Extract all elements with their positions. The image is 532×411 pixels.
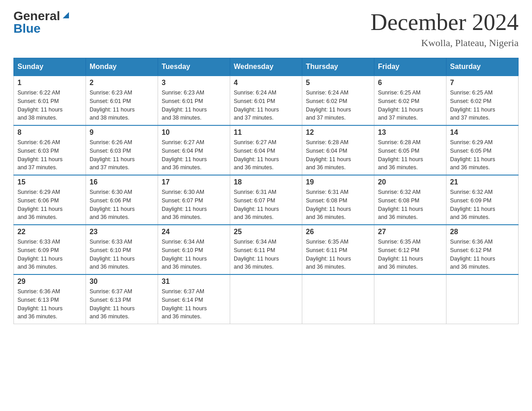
day-info: Sunrise: 6:37 AM Sunset: 6:13 PM Dayligh…: [90, 287, 154, 321]
day-info: Sunrise: 6:26 AM Sunset: 6:03 PM Dayligh…: [17, 138, 82, 172]
day-number: 20: [378, 178, 442, 186]
day-info: Sunrise: 6:24 AM Sunset: 6:01 PM Dayligh…: [234, 89, 298, 122]
day-info: Sunrise: 6:34 AM Sunset: 6:10 PM Dayligh…: [162, 238, 226, 271]
calendar-cell: 7 Sunrise: 6:25 AM Sunset: 6:02 PM Dayli…: [446, 76, 519, 125]
calendar-cell: 6 Sunrise: 6:25 AM Sunset: 6:02 PM Dayli…: [374, 76, 446, 125]
calendar-cell: 29 Sunrise: 6:36 AM Sunset: 6:13 PM Dayl…: [14, 274, 86, 324]
day-number: 12: [306, 128, 370, 137]
calendar-cell: 24 Sunrise: 6:34 AM Sunset: 6:10 PM Dayl…: [158, 225, 230, 274]
title-block: December 2024 Kwolla, Plateau, Nigeria: [370, 9, 519, 49]
calendar-header-monday: Monday: [86, 58, 158, 76]
day-number: 29: [17, 278, 82, 286]
calendar-week-row: 29 Sunrise: 6:36 AM Sunset: 6:13 PM Dayl…: [14, 274, 519, 324]
calendar-cell: 9 Sunrise: 6:26 AM Sunset: 6:03 PM Dayli…: [86, 125, 158, 175]
calendar-cell: 4 Sunrise: 6:24 AM Sunset: 6:01 PM Dayli…: [230, 76, 302, 125]
calendar-cell: 21 Sunrise: 6:32 AM Sunset: 6:09 PM Dayl…: [446, 175, 519, 225]
calendar-cell: 12 Sunrise: 6:28 AM Sunset: 6:04 PM Dayl…: [302, 125, 374, 175]
day-info: Sunrise: 6:28 AM Sunset: 6:04 PM Dayligh…: [306, 138, 370, 172]
calendar-cell: 2 Sunrise: 6:23 AM Sunset: 6:01 PM Dayli…: [86, 76, 158, 125]
calendar-cell: 22 Sunrise: 6:33 AM Sunset: 6:09 PM Dayl…: [14, 225, 86, 274]
day-info: Sunrise: 6:29 AM Sunset: 6:05 PM Dayligh…: [450, 138, 515, 172]
calendar-cell: 3 Sunrise: 6:23 AM Sunset: 6:01 PM Dayli…: [158, 76, 230, 125]
day-info: Sunrise: 6:23 AM Sunset: 6:01 PM Dayligh…: [162, 89, 226, 122]
calendar-header-friday: Friday: [374, 58, 446, 76]
logo-triangle-icon: [61, 10, 71, 20]
day-number: 11: [234, 128, 298, 137]
calendar-header-tuesday: Tuesday: [158, 58, 230, 76]
day-info: Sunrise: 6:30 AM Sunset: 6:06 PM Dayligh…: [90, 188, 154, 222]
calendar-cell: 15 Sunrise: 6:29 AM Sunset: 6:06 PM Dayl…: [14, 175, 86, 225]
calendar-table: SundayMondayTuesdayWednesdayThursdayFrid…: [13, 58, 519, 324]
day-info: Sunrise: 6:25 AM Sunset: 6:02 PM Dayligh…: [450, 89, 515, 122]
day-info: Sunrise: 6:31 AM Sunset: 6:08 PM Dayligh…: [306, 188, 370, 222]
day-info: Sunrise: 6:22 AM Sunset: 6:01 PM Dayligh…: [17, 89, 82, 122]
calendar-cell: 11 Sunrise: 6:27 AM Sunset: 6:04 PM Dayl…: [230, 125, 302, 175]
calendar-cell: 30 Sunrise: 6:37 AM Sunset: 6:13 PM Dayl…: [86, 274, 158, 324]
logo: General Blue: [13, 9, 71, 36]
day-number: 5: [306, 79, 370, 87]
day-number: 8: [17, 128, 82, 137]
day-number: 4: [234, 79, 298, 87]
calendar-cell: 14 Sunrise: 6:29 AM Sunset: 6:05 PM Dayl…: [446, 125, 519, 175]
calendar-cell: 8 Sunrise: 6:26 AM Sunset: 6:03 PM Dayli…: [14, 125, 86, 175]
day-number: 21: [450, 178, 515, 186]
day-info: Sunrise: 6:32 AM Sunset: 6:09 PM Dayligh…: [450, 188, 515, 222]
day-number: 14: [450, 128, 515, 137]
calendar-header-wednesday: Wednesday: [230, 58, 302, 76]
calendar-cell: 18 Sunrise: 6:31 AM Sunset: 6:07 PM Dayl…: [230, 175, 302, 225]
day-number: 24: [162, 228, 226, 236]
day-number: 15: [17, 178, 82, 186]
calendar-cell: 23 Sunrise: 6:33 AM Sunset: 6:10 PM Dayl…: [86, 225, 158, 274]
day-number: 18: [234, 178, 298, 186]
calendar-cell: 27 Sunrise: 6:35 AM Sunset: 6:12 PM Dayl…: [374, 225, 446, 274]
calendar-cell: 17 Sunrise: 6:30 AM Sunset: 6:07 PM Dayl…: [158, 175, 230, 225]
day-number: 6: [378, 79, 442, 87]
day-info: Sunrise: 6:33 AM Sunset: 6:09 PM Dayligh…: [17, 238, 82, 271]
day-info: Sunrise: 6:30 AM Sunset: 6:07 PM Dayligh…: [162, 188, 226, 222]
day-number: 10: [162, 128, 226, 137]
day-info: Sunrise: 6:37 AM Sunset: 6:14 PM Dayligh…: [162, 287, 226, 321]
day-info: Sunrise: 6:36 AM Sunset: 6:12 PM Dayligh…: [450, 238, 515, 271]
day-info: Sunrise: 6:34 AM Sunset: 6:11 PM Dayligh…: [234, 238, 298, 271]
calendar-week-row: 22 Sunrise: 6:33 AM Sunset: 6:09 PM Dayl…: [14, 225, 519, 274]
day-info: Sunrise: 6:25 AM Sunset: 6:02 PM Dayligh…: [378, 89, 442, 122]
day-info: Sunrise: 6:26 AM Sunset: 6:03 PM Dayligh…: [90, 138, 154, 172]
day-info: Sunrise: 6:24 AM Sunset: 6:02 PM Dayligh…: [306, 89, 370, 122]
day-info: Sunrise: 6:23 AM Sunset: 6:01 PM Dayligh…: [90, 89, 154, 122]
day-info: Sunrise: 6:35 AM Sunset: 6:12 PM Dayligh…: [378, 238, 442, 271]
calendar-cell: 19 Sunrise: 6:31 AM Sunset: 6:08 PM Dayl…: [302, 175, 374, 225]
calendar-cell: 25 Sunrise: 6:34 AM Sunset: 6:11 PM Dayl…: [230, 225, 302, 274]
day-number: 9: [90, 128, 154, 137]
calendar-week-row: 15 Sunrise: 6:29 AM Sunset: 6:06 PM Dayl…: [14, 175, 519, 225]
day-info: Sunrise: 6:35 AM Sunset: 6:11 PM Dayligh…: [306, 238, 370, 271]
day-number: 17: [162, 178, 226, 186]
day-number: 28: [450, 228, 515, 236]
day-info: Sunrise: 6:32 AM Sunset: 6:08 PM Dayligh…: [378, 188, 442, 222]
calendar-cell: 16 Sunrise: 6:30 AM Sunset: 6:06 PM Dayl…: [86, 175, 158, 225]
calendar-cell: [230, 274, 302, 324]
day-number: 1: [17, 79, 82, 87]
day-info: Sunrise: 6:27 AM Sunset: 6:04 PM Dayligh…: [234, 138, 298, 172]
calendar-cell: 5 Sunrise: 6:24 AM Sunset: 6:02 PM Dayli…: [302, 76, 374, 125]
logo-blue: Blue: [13, 21, 41, 36]
day-number: 22: [17, 228, 82, 236]
page-header: General Blue December 2024 Kwolla, Plate…: [13, 9, 519, 49]
month-title: December 2024: [370, 9, 519, 35]
calendar-cell: 13 Sunrise: 6:28 AM Sunset: 6:05 PM Dayl…: [374, 125, 446, 175]
day-number: 19: [306, 178, 370, 186]
calendar-header-thursday: Thursday: [302, 58, 374, 76]
calendar-cell: 26 Sunrise: 6:35 AM Sunset: 6:11 PM Dayl…: [302, 225, 374, 274]
calendar-cell: 31 Sunrise: 6:37 AM Sunset: 6:14 PM Dayl…: [158, 274, 230, 324]
day-number: 25: [234, 228, 298, 236]
calendar-cell: 28 Sunrise: 6:36 AM Sunset: 6:12 PM Dayl…: [446, 225, 519, 274]
calendar-cell: 20 Sunrise: 6:32 AM Sunset: 6:08 PM Dayl…: [374, 175, 446, 225]
day-number: 30: [90, 278, 154, 286]
calendar-cell: [374, 274, 446, 324]
day-info: Sunrise: 6:36 AM Sunset: 6:13 PM Dayligh…: [17, 287, 82, 321]
calendar-cell: 10 Sunrise: 6:27 AM Sunset: 6:04 PM Dayl…: [158, 125, 230, 175]
day-number: 16: [90, 178, 154, 186]
calendar-cell: 1 Sunrise: 6:22 AM Sunset: 6:01 PM Dayli…: [14, 76, 86, 125]
calendar-week-row: 1 Sunrise: 6:22 AM Sunset: 6:01 PM Dayli…: [14, 76, 519, 125]
day-info: Sunrise: 6:28 AM Sunset: 6:05 PM Dayligh…: [378, 138, 442, 172]
location: Kwolla, Plateau, Nigeria: [370, 37, 519, 49]
